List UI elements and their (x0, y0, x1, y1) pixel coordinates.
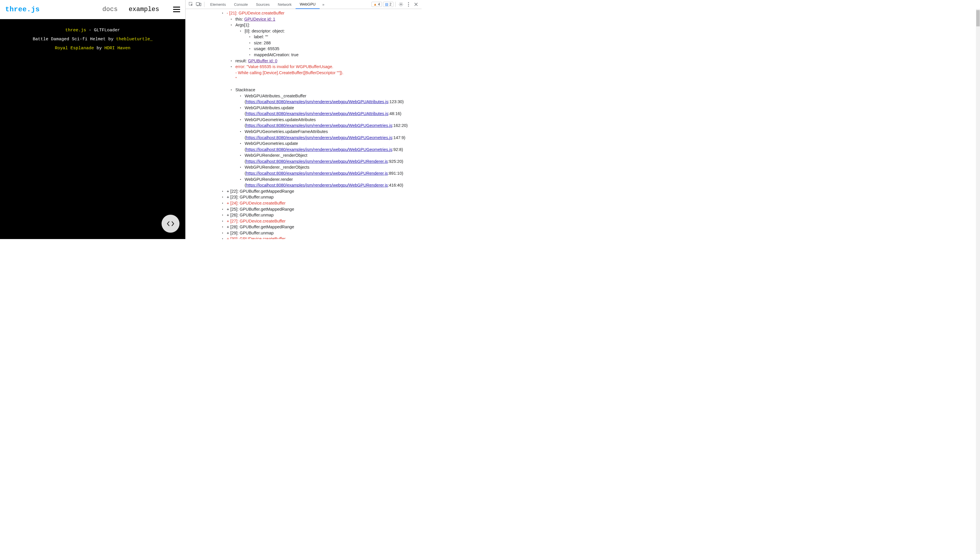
stacktrace-frame: WebGPUAttributes.update(https://localhos… (240, 105, 419, 117)
app-viewport: three.js docs examples three.js - GLTFLo… (0, 0, 185, 239)
view-source-button[interactable] (162, 215, 180, 233)
inspect-icon[interactable] (187, 1, 195, 8)
credit-text-1: Battle Damaged Sci-fi Helmet by (33, 37, 116, 42)
stack-url-link[interactable]: https://localhost:8080/examples/jsm/rend… (246, 147, 392, 152)
svg-point-4 (400, 4, 402, 5)
trace-entry[interactable]: + [23]: GPUBuffer.unmap (222, 194, 419, 200)
trace-error: error: "Value 65535 is invalid for WGPUB… (231, 64, 419, 82)
issue-count: 2 (390, 2, 391, 6)
stack-fn: WebGPUGeometries.update (245, 141, 298, 146)
stack-url-link[interactable]: https://localhost:8080/examples/jsm/rend… (246, 99, 388, 104)
device-icon[interactable] (195, 1, 202, 8)
trace-args: Args[1]: (231, 22, 419, 28)
close-icon[interactable] (412, 1, 420, 8)
gpubuffer-link[interactable]: GPUBuffer id: 0 (248, 59, 277, 63)
gpudevice-link[interactable]: GPUDevice id: 1 (244, 17, 275, 21)
stack-fn: WebGPURenderer._renderObject (245, 153, 307, 158)
trace-mapped: mappedAtCreation: true (249, 52, 419, 58)
warnings-badge[interactable]: ▲4 (371, 2, 382, 7)
svg-point-6 (408, 4, 409, 5)
svg-point-5 (408, 2, 409, 3)
trace-entry[interactable]: + [25]: GPUBuffer.getMappedRange (222, 206, 419, 212)
stack-url-link[interactable]: https://localhost:8080/examples/jsm/rend… (246, 111, 388, 116)
stack-loc: :162:20) (392, 123, 407, 128)
tab-console[interactable]: Console (230, 0, 252, 9)
stack-fn: WebGPURenderer._renderObjects (245, 165, 310, 169)
stack-loc: :92:8) (392, 147, 403, 152)
separator (395, 2, 396, 7)
tab-elements[interactable]: Elements (206, 0, 230, 9)
tab-webgpu[interactable]: WebGPU (296, 0, 320, 9)
tab-network[interactable]: Network (274, 0, 296, 9)
trace-entry[interactable]: + [29]: GPUBuffer.unmap (222, 230, 419, 236)
hamburger-icon[interactable] (173, 7, 180, 12)
stacktrace-frame: WebGPUGeometries.updateAttributes(https:… (240, 117, 419, 129)
trace-label: label: "" (249, 34, 419, 40)
stacktrace-frame: WebGPURenderer.render(https://localhost:… (240, 176, 419, 188)
stack-fn: WebGPUGeometries.updateAttributes (245, 117, 316, 122)
credit-link-1[interactable]: theblueturtle_ (116, 37, 153, 42)
stack-url-link[interactable]: https://localhost:8080/examples/jsm/rend… (246, 159, 388, 164)
kebab-icon[interactable] (405, 1, 412, 8)
trace-entry[interactable]: + [27]: GPUDevice.createBuffer (222, 218, 419, 224)
devtools-content[interactable]: - [21]: GPUDevice.createBuffer this: GPU… (186, 9, 422, 239)
trace-usage: usage: 65535 (249, 46, 419, 52)
trace-entry[interactable]: + [30]: GPUDevice.createBuffer (222, 236, 419, 239)
trace-entry[interactable]: + [26]: GPUBuffer.unmap (222, 212, 419, 218)
title-link[interactable]: three.js (65, 28, 86, 33)
tab-sources[interactable]: Sources (252, 0, 274, 9)
stacktrace-frame: WebGPURenderer._renderObject(https://loc… (240, 152, 419, 164)
stack-url-link[interactable]: https://localhost:8080/examples/jsm/rend… (246, 123, 392, 128)
credit-line-1: Battle Damaged Sci-fi Helmet by thebluet… (0, 37, 185, 42)
trace-entry[interactable]: + [28]: GPUBuffer.getMappedRange (222, 224, 419, 230)
stack-url-link[interactable]: https://localhost:8080/examples/jsm/rend… (246, 171, 388, 176)
issues-badge[interactable]: ▤2 (383, 2, 393, 7)
svg-rect-1 (196, 3, 199, 5)
code-icon (167, 221, 174, 226)
stack-url-link[interactable]: https://localhost:8080/examples/jsm/rend… (246, 135, 392, 140)
stack-fn: WebGPUGeometries.updateFrameAttributes (245, 129, 328, 134)
title-line: three.js - GLTFLoader (0, 28, 185, 33)
svg-rect-3 (200, 3, 201, 6)
stack-fn: WebGPUAttributes.update (245, 105, 294, 110)
stacktrace-header: Stacktrace (231, 87, 419, 93)
svg-rect-2 (197, 6, 199, 6)
title-suffix: - GLTFLoader (86, 28, 120, 33)
stacktrace-frame: WebGPUGeometries.updateFrameAttributes(h… (240, 129, 419, 140)
settings-icon[interactable] (397, 1, 405, 8)
devtools-tabbar: Elements Console Sources Network WebGPU … (186, 0, 422, 9)
nav-docs[interactable]: docs (102, 6, 118, 13)
credit-link-2a[interactable]: Royal Esplanade (55, 46, 94, 51)
trace-arg0: [0]: descriptor: object: (240, 28, 419, 34)
stacktrace-frame: WebGPURenderer._renderObjects(https://lo… (240, 164, 419, 176)
stack-loc: :925:20) (388, 159, 403, 164)
more-tabs-icon[interactable]: » (320, 1, 327, 8)
nav-links: docs examples (102, 6, 180, 13)
trace-entry-21[interactable]: - [21]: GPUDevice.createBuffer (222, 10, 419, 16)
stack-loc: :416:40) (388, 183, 403, 187)
devtools-pane: Elements Console Sources Network WebGPU … (185, 0, 422, 239)
stacktrace-frame: WebGPUAttributes._createBuffer(https://l… (240, 93, 419, 105)
canvas-area: three.js - GLTFLoader Battle Damaged Sci… (0, 19, 185, 239)
nav-examples[interactable]: examples (129, 6, 159, 13)
trace-size: size: 288 (249, 40, 419, 46)
credit-text-2: by (94, 46, 105, 51)
stack-fn: WebGPURenderer.render (245, 177, 293, 182)
svg-point-7 (408, 5, 409, 6)
credit-line-2: Royal Esplanade by HDRI Haven (0, 46, 185, 51)
issue-icon: ▤ (385, 2, 388, 6)
trace-entry[interactable]: + [24]: GPUDevice.createBuffer (222, 200, 419, 206)
trace-entry[interactable]: + [22]: GPUBuffer.getMappedRange (222, 188, 419, 195)
logo[interactable]: three.js (5, 5, 40, 13)
stack-loc: :891:10) (388, 171, 403, 176)
app-header: three.js docs examples (0, 0, 185, 19)
stack-loc: :48:16) (388, 111, 401, 116)
stacktrace-frame: WebGPUGeometries.update(https://localhos… (240, 140, 419, 152)
stack-fn: WebGPUAttributes._createBuffer (245, 94, 306, 98)
stack-loc: :147:9) (392, 135, 405, 140)
stack-url-link[interactable]: https://localhost:8080/examples/jsm/rend… (246, 183, 388, 187)
stack-loc: :123:30) (388, 99, 404, 104)
credit-link-2b[interactable]: HDRI Haven (105, 46, 130, 51)
warning-icon: ▲ (374, 2, 377, 6)
warning-count: 4 (378, 2, 380, 6)
